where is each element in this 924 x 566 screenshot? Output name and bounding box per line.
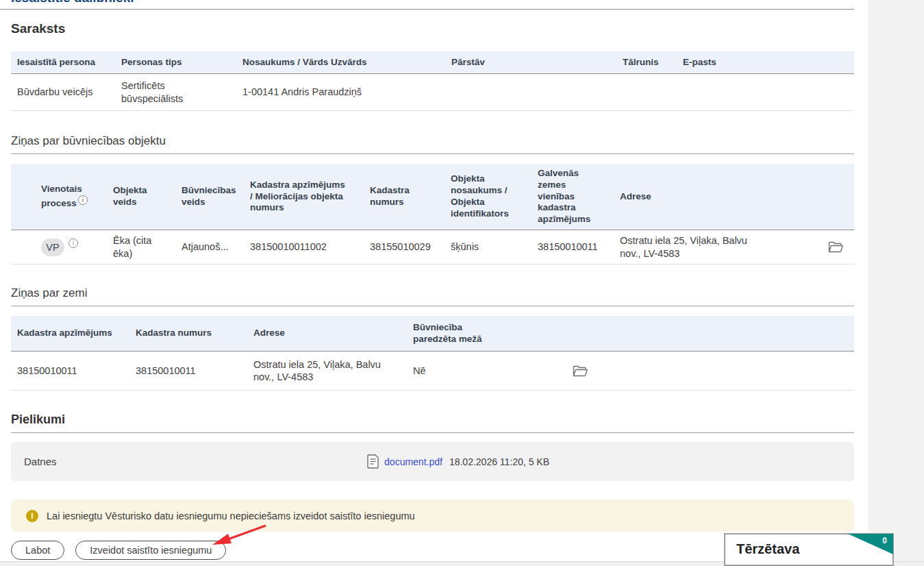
col-adrese: Adrese — [247, 325, 407, 342]
col-epasts: E-pasts — [677, 54, 854, 71]
col-actions — [556, 331, 854, 336]
object-kadastra-numurs: 38155010029 — [364, 238, 445, 256]
participant-talrunis — [616, 90, 677, 95]
land-folder-cell — [556, 362, 854, 380]
folder-icon[interactable] — [828, 241, 843, 253]
file-entry: document.pdf 18.02.2026 11:20, 5 KB — [367, 454, 549, 469]
attachments-heading: Pielikumi — [11, 413, 868, 427]
right-background-panel — [868, 0, 924, 566]
page: Iesaistītie dalībnieki Saraksts Iesaistī… — [0, 0, 924, 566]
participants-heading: Iesaistītie dalībnieki — [11, 0, 868, 5]
chat-widget[interactable]: Tērzētava 0 — [724, 533, 894, 566]
col-kadastra-numurs: Kadastra numurs — [129, 325, 247, 342]
divider — [11, 306, 854, 306]
vp-badge: VP — [41, 238, 64, 256]
info-icon: i — [26, 510, 38, 522]
land-table: Kadastra apzīmējums Kadastra numurs Adre… — [11, 316, 854, 391]
saraksts-heading: Saraksts — [11, 21, 868, 36]
col-personas-tips: Personas tips — [115, 54, 236, 71]
folder-icon[interactable] — [573, 365, 588, 377]
participants-table-header: Iesaistītā persona Personas tips Nosauku… — [11, 51, 854, 74]
land-adrese: Ostratu iela 25, Viļaka, Balvu nov., LV-… — [247, 356, 407, 386]
divider — [11, 153, 854, 154]
participant-row: Būvdarbu veicējs Sertificēts būvspeciāli… — [11, 74, 854, 111]
file-meta: 18.02.2026 11:20, 5 KB — [449, 456, 549, 467]
datnes-label: Datnes — [24, 456, 57, 467]
document-icon — [367, 454, 379, 469]
object-folder-cell — [771, 238, 854, 256]
land-kadastra-apzimejums: 38150010011 — [11, 362, 129, 380]
notice-text: Lai iesniegtu Vēsturisko datu iesniegumu… — [47, 510, 415, 521]
participant-parstav — [445, 90, 616, 95]
section-participants-clipped: Iesaistītie dalībnieki — [0, 0, 868, 5]
col-objekta-veids: Objekta veids — [107, 182, 175, 211]
land-mezs: Nē — [407, 362, 556, 380]
participant-epasts — [677, 90, 854, 95]
land-row: 38150010011 38150010011 Ostratu iela 25,… — [11, 352, 854, 391]
main-content: Iesaistītie dalībnieki Saraksts Iesaistī… — [0, 0, 868, 560]
object-zemes-kadastra: 38150010011 — [532, 238, 614, 256]
col-galvenas-zemes: Galvenās zemes vienības kadastra apzīmēj… — [532, 165, 614, 228]
chat-unread-badge: 0 — [882, 536, 887, 545]
chat-title: Tērzētava — [736, 541, 799, 557]
info-icon[interactable]: i — [68, 238, 78, 248]
col-actions — [771, 194, 854, 199]
object-section-heading: Ziņas par būvniecības objektu — [11, 134, 868, 148]
col-parstav: Pārstāv — [445, 54, 616, 71]
object-buvniecibas-veids: Atjaunoš... — [175, 238, 244, 256]
participant-persona: Būvdarbu veicējs — [11, 83, 115, 101]
file-link[interactable]: document.pdf — [384, 456, 442, 467]
attachments-files-row: Datnes document.pdf 18.02.2026 11:20, 5 … — [11, 442, 854, 481]
col-buvniecibas-veids: Būvniecības veids — [175, 182, 244, 211]
land-table-header: Kadastra apzīmējums Kadastra numurs Adre… — [11, 316, 854, 352]
col-vienotais-process: Vienotais processi — [11, 181, 107, 212]
divider — [0, 9, 854, 10]
object-nosaukums: šķūnis — [445, 238, 532, 256]
object-veids: Ēka (cita ēka) — [107, 232, 175, 262]
col-iesaistita-persona: Iesaistītā persona — [11, 54, 115, 71]
divider — [11, 432, 854, 433]
col-kadastra-numurs: Kadastra numurs — [364, 182, 445, 211]
object-adrese: Ostratu iela 25, Viļaka, Balvu nov., LV-… — [614, 232, 771, 262]
land-section-heading: Ziņas par zemi — [11, 286, 868, 300]
participant-nosaukums: 1-00141 Andris Paraudziņš — [236, 83, 445, 101]
col-nosaukums: Nosaukums / Vārds Uzvārds — [236, 54, 445, 71]
land-kadastra-numurs: 38150010011 — [129, 362, 247, 380]
col-kadastra-apzimejums: Kadastra apzīmējums / Meliorācijas objek… — [244, 177, 364, 217]
info-notice: i Lai iesniegtu Vēsturisko datu iesniegu… — [11, 500, 854, 532]
col-adrese: Adrese — [614, 188, 771, 206]
izveidot-saistito-iesniegumu-button[interactable]: Izveidot saistīto iesniegumu — [75, 541, 226, 560]
participants-table: Iesaistītā persona Personas tips Nosauku… — [11, 51, 854, 111]
labot-button[interactable]: Labot — [11, 541, 64, 560]
object-kadastra-apzimejums: 38150010011002 — [244, 238, 364, 256]
object-table: Vienotais processi Objekta veids Būvniec… — [11, 164, 854, 264]
object-vp: VPi — [11, 236, 107, 259]
col-kadastra-apzimejums: Kadastra apzīmējums — [11, 325, 129, 342]
object-table-header: Vienotais processi Objekta veids Būvniec… — [11, 164, 854, 230]
info-icon[interactable]: i — [78, 195, 88, 205]
col-mezs: Būvniecība paredzēta mežā — [407, 319, 556, 348]
col-talrunis: Tālrunis — [616, 54, 677, 71]
participant-tips: Sertificēts būvspeciālists — [115, 77, 236, 107]
object-row: VPi Ēka (cita ēka) Atjaunoš... 381500100… — [11, 230, 854, 264]
col-objekta-nosaukums: Objekta nosaukums / Objekta identifikato… — [445, 171, 532, 223]
